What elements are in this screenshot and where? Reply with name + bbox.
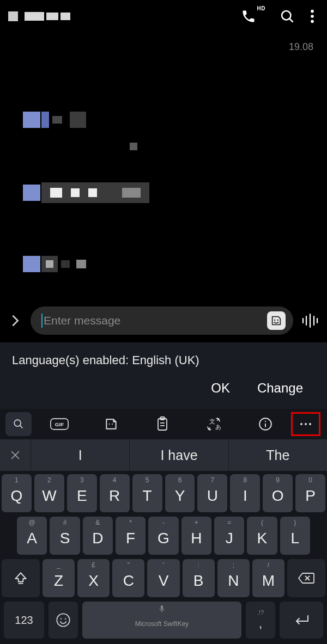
redacted-pixel — [130, 143, 137, 150]
ok-button[interactable]: OK — [211, 381, 230, 396]
language-notice: Language(s) enabled: English (UK) OK Cha… — [0, 342, 327, 409]
key-p[interactable]: 0P — [295, 474, 325, 512]
keyboard-more-icon[interactable] — [291, 412, 320, 436]
svg-point-37 — [65, 618, 66, 620]
punctuation-key[interactable]: .!? , — [246, 602, 275, 639]
spacebar-key[interactable]: Microsoft SwiftKey — [82, 602, 241, 639]
key-w[interactable]: 2W — [34, 474, 64, 512]
key-n[interactable]: ;N — [217, 559, 250, 597]
sticker-icon[interactable] — [267, 311, 286, 330]
key-l[interactable]: )L — [280, 517, 310, 555]
svg-point-36 — [60, 618, 62, 620]
key-j[interactable]: =J — [214, 517, 244, 555]
svg-point-12 — [14, 420, 21, 426]
key-f[interactable]: *F — [116, 517, 146, 555]
svg-point-3 — [311, 15, 314, 18]
svg-point-17 — [112, 424, 113, 425]
change-button[interactable]: Change — [257, 381, 303, 396]
svg-text:あ: あ — [215, 424, 221, 430]
keyboard-brand: Microsoft SwiftKey — [135, 620, 189, 628]
key-x[interactable]: £X — [77, 559, 110, 597]
key-row-2: @A#S&D*F-G+H=J(K)L — [2, 517, 325, 555]
svg-point-5 — [274, 320, 276, 321]
avatar-redacted — [23, 112, 40, 128]
compose-bar: Enter message — [0, 302, 327, 342]
key-b[interactable]: :B — [183, 559, 215, 597]
key-s[interactable]: #S — [50, 517, 80, 555]
svg-point-27 — [300, 423, 302, 425]
svg-point-2 — [311, 10, 314, 13]
key-a[interactable]: @A — [17, 517, 47, 555]
close-suggestions-icon[interactable] — [0, 439, 31, 471]
key-z[interactable]: _Z — [43, 559, 75, 597]
gif-icon[interactable]: GIF — [34, 412, 85, 436]
message-row[interactable] — [23, 182, 149, 203]
key-row-3: _Z£X"C'V:B;N/M — [2, 559, 325, 597]
svg-line-13 — [20, 426, 23, 428]
key-m[interactable]: /M — [252, 559, 284, 597]
message-bubble-redacted — [41, 112, 86, 128]
key-v[interactable]: 'V — [147, 559, 179, 597]
avatar-redacted — [23, 185, 40, 201]
key-u[interactable]: 7U — [197, 474, 227, 512]
avatar-redacted — [23, 256, 40, 272]
message-row[interactable] — [23, 112, 86, 128]
back-icon[interactable] — [8, 11, 18, 21]
message-timestamp: 19.08 — [289, 41, 313, 53]
keyboard-search-icon[interactable] — [5, 412, 32, 436]
svg-point-26 — [265, 421, 266, 422]
svg-point-6 — [277, 320, 278, 321]
key-i[interactable]: 8I — [230, 474, 260, 512]
shift-key[interactable] — [2, 559, 40, 597]
svg-point-0 — [282, 11, 290, 20]
app-header: HD — [0, 0, 327, 33]
key-o[interactable]: 9O — [263, 474, 293, 512]
expand-icon[interactable] — [8, 314, 23, 327]
compose-field[interactable]: Enter message — [31, 306, 293, 335]
notice-text: Language(s) enabled: English (UK) — [12, 353, 315, 367]
search-icon[interactable] — [280, 9, 295, 24]
info-icon[interactable] — [240, 412, 291, 436]
key-row-1: 1Q2W3E4R5T6Y7U8I9O0P — [2, 474, 325, 512]
svg-rect-18 — [158, 419, 167, 430]
key-h[interactable]: +H — [181, 517, 211, 555]
call-hd-icon[interactable]: HD — [241, 9, 264, 24]
translate-icon[interactable]: 文あ — [188, 412, 239, 436]
more-options-icon[interactable] — [310, 9, 314, 24]
key-k[interactable]: (K — [247, 517, 277, 555]
emoji-key[interactable] — [49, 602, 78, 639]
key-c[interactable]: "C — [112, 559, 144, 597]
key-r[interactable]: 4R — [100, 474, 130, 512]
key-y[interactable]: 6Y — [165, 474, 195, 512]
suggestion-bar: I I have The — [0, 439, 327, 471]
clipboard-icon[interactable] — [137, 412, 188, 436]
key-q[interactable]: 1Q — [2, 474, 32, 512]
numeric-key[interactable]: 123 — [4, 602, 44, 639]
message-row[interactable] — [23, 256, 86, 272]
message-bubble-redacted — [41, 182, 149, 203]
svg-point-16 — [108, 424, 110, 425]
hd-badge: HD — [257, 5, 265, 11]
sticker-panel-icon[interactable] — [85, 412, 136, 436]
svg-point-28 — [305, 423, 307, 425]
mic-icon — [159, 605, 165, 612]
svg-line-1 — [289, 19, 293, 22]
key-g[interactable]: -G — [148, 517, 178, 555]
message-bubble-redacted — [41, 256, 86, 272]
svg-point-4 — [311, 20, 314, 23]
message-input[interactable]: Enter message — [41, 314, 267, 328]
svg-text:文: 文 — [209, 418, 215, 425]
suggestion-2[interactable]: I have — [129, 439, 228, 471]
backspace-key[interactable] — [287, 559, 325, 597]
key-t[interactable]: 5T — [132, 474, 162, 512]
suggestion-3[interactable]: The — [228, 439, 327, 471]
keyboard-toolbar: GIF 文あ — [0, 409, 327, 439]
contact-name-redacted — [8, 11, 230, 21]
svg-text:GIF: GIF — [55, 421, 64, 427]
suggestion-1[interactable]: I — [31, 439, 129, 471]
svg-point-35 — [57, 614, 69, 626]
key-d[interactable]: &D — [83, 517, 113, 555]
enter-key[interactable] — [280, 602, 323, 639]
voice-input-icon[interactable] — [301, 312, 319, 329]
key-e[interactable]: 3E — [67, 474, 97, 512]
